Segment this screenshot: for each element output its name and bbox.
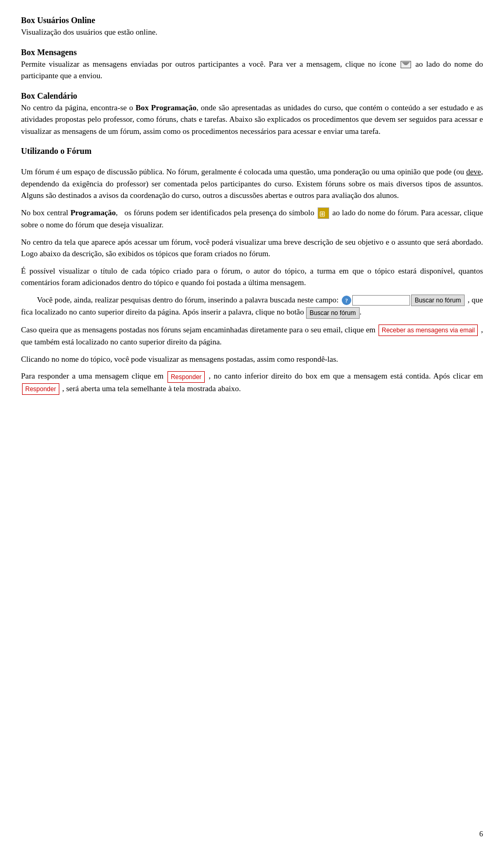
forum-para-3: No centro da tela que aparece após acess… (21, 236, 483, 260)
email-icon (401, 61, 411, 68)
forum-symbol-icon (318, 207, 329, 219)
mensagens-text-before: Permite visualizar as mensagens enviadas… (21, 60, 396, 68)
reply-button-1[interactable]: Responder (167, 371, 205, 383)
search-button-inline[interactable]: Buscar no fórum (411, 295, 465, 306)
receive-email-button[interactable]: Receber as mensagens via email (379, 324, 478, 336)
forum-para-6: Caso queira que as mensagens postadas no… (21, 324, 483, 348)
forum-para-7: Clicando no nome do tópico, você pode vi… (21, 353, 483, 365)
reply-button-2[interactable]: Responder (22, 383, 59, 395)
forum-para-1: Um fórum é um espaço de discussão públic… (21, 166, 483, 202)
section-forum: Utilizando o Fórum Um fórum é um espaço … (21, 146, 483, 395)
section-body-usuarios: Visualização dos usuários que estão onli… (21, 26, 483, 38)
section-body-mensagens: Permite visualizar as mensagens enviadas… (21, 58, 483, 82)
section-title-forum: Utilizando o Fórum (21, 146, 483, 156)
section-title-calendario: Box Calendário (21, 91, 483, 101)
forum-para-8: Para responder a uma mensagem clique em … (21, 370, 483, 395)
section-calendario: Box Calendário No centro da página, enco… (21, 91, 483, 138)
search-container: ? Buscar no fórum (342, 295, 465, 306)
section-usuarios-online: Box Usuários Online Visualização dos usu… (21, 16, 483, 38)
search-button-2[interactable]: Buscar no fórum (306, 307, 360, 319)
section-title-mensagens: Box Mensagens (21, 48, 483, 57)
forum-para-2: No box central Programação, os fóruns po… (21, 207, 483, 231)
section-body-calendario: No centro da página, encontra-se o Box P… (21, 102, 483, 138)
forum-para-4: É possível visualizar o título de cada t… (21, 265, 483, 289)
programacao-label: Box Programação (135, 103, 196, 112)
programacao-label-2: Programação (70, 208, 116, 217)
forum-para-5: Você pode, ainda, realizar pesquisas den… (21, 294, 483, 319)
section-title-usuarios: Box Usuários Online (21, 16, 483, 25)
help-icon: ? (342, 296, 351, 305)
page-content: Box Usuários Online Visualização dos usu… (21, 16, 483, 395)
section-mensagens: Box Mensagens Permite visualizar as mens… (21, 48, 483, 82)
search-input-mock (352, 295, 410, 306)
